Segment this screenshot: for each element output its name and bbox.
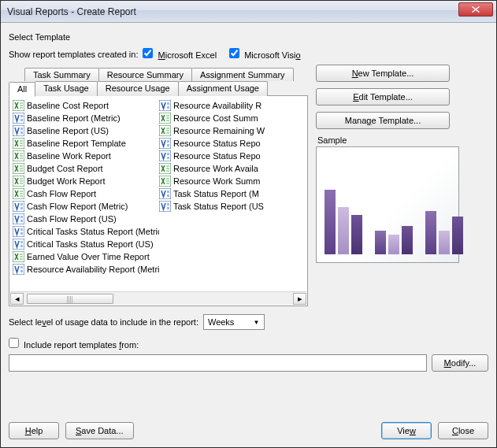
modify-button: Modify...: [432, 354, 488, 372]
tab-task-summary[interactable]: Task Summary: [24, 68, 99, 81]
svg-rect-17: [20, 157, 23, 159]
list-item[interactable]: Resource Status Repo: [159, 137, 306, 150]
svg-rect-41: [20, 245, 23, 247]
visio-checkbox-label[interactable]: Microsoft Visio: [229, 48, 300, 60]
svg-rect-19: [20, 165, 23, 167]
svg-rect-1: [20, 102, 23, 104]
list-item-label: Budget Cost Report: [27, 164, 103, 173]
list-item[interactable]: Baseline Work Report: [13, 150, 159, 162]
list-item[interactable]: Baseline Cost Report: [13, 99, 159, 112]
chart-bar: [425, 211, 436, 254]
list-item-label: Budget Work Report: [27, 176, 105, 186]
svg-rect-27: [20, 191, 23, 192]
tab-assignment-usage[interactable]: Assignment Usage: [178, 81, 268, 96]
window-title: Visual Reports - Create Report: [1, 6, 136, 17]
list-item-label: Task Status Report (M: [173, 189, 259, 198]
svg-rect-11: [20, 140, 23, 142]
visio-icon: [159, 188, 171, 199]
svg-rect-28: [20, 193, 23, 194]
list-item[interactable]: Resource Work Summ: [159, 175, 306, 187]
edit-template-button[interactable]: Edit Template...: [316, 88, 450, 106]
list-item-label: Baseline Report (Metric): [27, 113, 121, 123]
save-data-button[interactable]: Save Data...: [65, 422, 134, 439]
list-item[interactable]: Task Status Report (M: [159, 187, 306, 200]
excel-checkbox[interactable]: [143, 48, 153, 58]
scroll-thumb[interactable]: [27, 294, 113, 304]
list-item[interactable]: Budget Work Report: [13, 175, 159, 187]
new-template-button[interactable]: New Template...: [316, 65, 450, 82]
chart-bar: [351, 215, 362, 254]
visio-icon: [13, 226, 24, 237]
list-item-label: Cash Flow Report (US): [27, 214, 117, 224]
svg-rect-59: [166, 132, 169, 134]
list-item[interactable]: Critical Tasks Status Report (Metric): [13, 225, 159, 238]
list-item[interactable]: Cash Flow Report (US): [13, 213, 159, 225]
chevron-down-icon: ▼: [250, 317, 262, 328]
svg-rect-69: [166, 170, 169, 172]
list-item[interactable]: Resource Remaining W: [159, 124, 306, 137]
select-template-label: Select Template: [9, 32, 488, 42]
manage-template-button[interactable]: Manage Template...: [316, 112, 450, 129]
include-from-label[interactable]: Include report templates from:: [9, 338, 139, 350]
tab-all[interactable]: All: [9, 82, 35, 97]
horizontal-scrollbar[interactable]: ◂ ▸: [10, 291, 306, 305]
list-item[interactable]: Resource Work Availa: [159, 162, 306, 175]
svg-rect-50: [167, 102, 169, 105]
excel-icon: [159, 125, 171, 136]
list-item[interactable]: Resource Status Repo: [159, 150, 306, 162]
list-item-label: Baseline Cost Report: [27, 101, 109, 110]
list-item-label: Task Status Report (US: [173, 202, 264, 211]
svg-rect-64: [167, 153, 169, 155]
excel-icon: [159, 176, 171, 187]
visio-icon: [159, 138, 171, 149]
svg-rect-75: [167, 191, 169, 193]
list-item[interactable]: Resource Cost Summ: [159, 112, 306, 124]
list-item[interactable]: Cash Flow Report: [13, 187, 159, 200]
help-button[interactable]: Help: [9, 422, 59, 439]
svg-rect-57: [166, 128, 169, 129]
include-from-path-input[interactable]: [9, 354, 427, 372]
svg-rect-5: [20, 115, 23, 117]
list-item[interactable]: Baseline Report (Metric): [13, 112, 159, 124]
list-item[interactable]: Resource Availability Report (Metric): [13, 263, 159, 276]
list-item-label: Cash Flow Report: [27, 189, 96, 198]
list-item-label: Resource Remaining W: [173, 126, 265, 135]
list-item[interactable]: Resource Availability R: [159, 99, 306, 112]
list-item[interactable]: Cash Flow Report (Metric): [13, 200, 159, 213]
chart-bar: [338, 207, 349, 254]
excel-icon: [13, 251, 24, 262]
visio-icon: [13, 239, 24, 250]
template-list[interactable]: Baseline Cost ReportBaseline Report (Met…: [9, 95, 308, 306]
scroll-right-button[interactable]: ▸: [293, 293, 306, 305]
list-item[interactable]: Earned Value Over Time Report: [13, 250, 159, 263]
close-window-button[interactable]: [458, 2, 493, 17]
list-item-label: Critical Tasks Status Report (US): [27, 239, 154, 249]
tab-assignment-summary[interactable]: Assignment Summary: [191, 68, 294, 81]
svg-rect-45: [20, 258, 23, 260]
svg-rect-21: [20, 170, 23, 172]
list-item[interactable]: Critical Tasks Status Report (US): [13, 238, 159, 250]
include-from-checkbox[interactable]: [9, 338, 19, 348]
scroll-left-button[interactable]: ◂: [10, 293, 24, 305]
svg-rect-65: [167, 157, 169, 159]
svg-rect-20: [20, 168, 23, 169]
list-item[interactable]: Baseline Report Template: [13, 137, 159, 150]
tab-resource-usage[interactable]: Resource Usage: [97, 81, 179, 96]
visio-checkbox[interactable]: [229, 48, 239, 58]
tab-task-usage[interactable]: Task Usage: [35, 81, 97, 96]
visio-icon: [159, 150, 171, 161]
svg-rect-6: [20, 119, 23, 121]
excel-icon: [13, 176, 24, 187]
svg-rect-40: [20, 241, 23, 243]
list-item[interactable]: Baseline Report (US): [13, 124, 159, 137]
excel-checkbox-label[interactable]: Microsoft Excel: [143, 48, 217, 60]
tab-resource-summary[interactable]: Resource Summary: [98, 68, 192, 81]
list-item-label: Baseline Work Report: [27, 151, 111, 161]
list-item[interactable]: Task Status Report (US: [159, 200, 306, 213]
svg-rect-44: [20, 256, 23, 257]
list-item[interactable]: Budget Cost Report: [13, 162, 159, 175]
close-button[interactable]: Close: [438, 422, 488, 439]
usage-level-combobox[interactable]: Weeks ▼: [203, 314, 265, 330]
view-button[interactable]: View: [381, 422, 432, 439]
svg-rect-54: [166, 117, 169, 119]
